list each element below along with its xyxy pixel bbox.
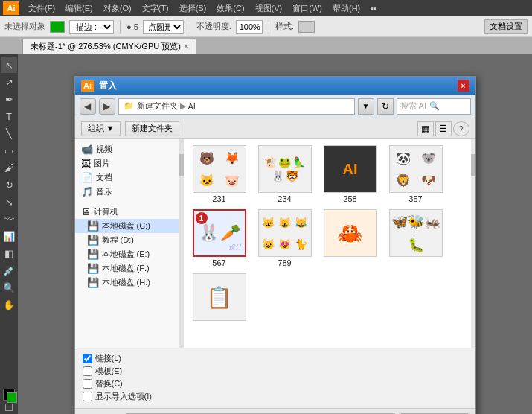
thumb-567: 1 🐰🥕 设计: [193, 209, 246, 257]
tree-item-video[interactable]: 📹 视频: [75, 142, 179, 156]
organize-button[interactable]: 组织 ▼: [81, 121, 121, 136]
style-box[interactable]: [298, 21, 315, 33]
tree-item-drive-h[interactable]: 💾 本地磁盘 (H:): [75, 276, 179, 290]
doc-scene: 📋: [193, 274, 246, 320]
menu-bar: Ai 文件(F) 编辑(E) 对象(O) 文字(T) 选择(S) 效果(C) 视…: [0, 0, 532, 16]
tree-item-music[interactable]: 🎵 音乐: [75, 185, 179, 199]
brush-tool[interactable]: 🖌: [1, 159, 17, 176]
tree-item-computer[interactable]: 🖥 计算机: [75, 205, 179, 219]
tree-label-drive-c: 本地磁盘 (C:): [102, 220, 150, 232]
none-color[interactable]: [5, 404, 13, 411]
opacity-input[interactable]: [236, 20, 263, 34]
direct-select-tool[interactable]: ↗: [1, 74, 17, 90]
cat-grid: 🐱 😸 😹 😺 😻 🐈: [259, 210, 311, 256]
scale-tool[interactable]: ⤡: [1, 194, 17, 210]
view-icons: ▦ ☰ ?: [417, 121, 469, 136]
grid-item-doc[interactable]: 📋: [190, 273, 249, 322]
list-view-icon[interactable]: ☰: [435, 121, 452, 136]
nav-back-button[interactable]: ◀: [80, 98, 96, 115]
search-box[interactable]: 搜索 AI 🔍: [397, 98, 471, 115]
pen-tool[interactable]: ✒: [1, 91, 17, 107]
menu-help[interactable]: 帮助(H): [328, 2, 365, 15]
menu-extra[interactable]: ▪▪: [366, 3, 381, 13]
menu-select[interactable]: 选择(S): [175, 2, 211, 15]
rect-tool[interactable]: ▭: [1, 142, 17, 159]
tree-label-drive-e: 本地磁盘 (E:): [102, 249, 150, 260]
line-tool[interactable]: ╲: [1, 125, 17, 141]
label-234: 234: [278, 194, 291, 203]
hand-tool[interactable]: ✋: [1, 296, 17, 313]
watermark: 设计: [228, 243, 242, 252]
dialog-toolbar: 组织 ▼ 新建文件夹 ▦ ☰ ?: [75, 118, 475, 139]
nav-path-part1: 新建文件夹: [137, 101, 178, 112]
grid-view-icon[interactable]: ▦: [417, 121, 434, 136]
eyedropper-tool[interactable]: 💉: [1, 262, 17, 278]
rotate-tool[interactable]: ↻: [1, 176, 17, 193]
separator-2: [190, 20, 190, 34]
warp-tool[interactable]: 〰: [1, 211, 17, 227]
stroke-color-box[interactable]: [50, 21, 65, 33]
search-icon: 🔍: [429, 101, 440, 111]
tab-close-icon[interactable]: ×: [184, 42, 188, 51]
menu-text[interactable]: 文字(T): [138, 2, 173, 15]
tree-item-pictures[interactable]: 🖼 图片: [75, 156, 179, 171]
zoom-tool[interactable]: 🔍: [1, 279, 17, 296]
stroke-dropdown[interactable]: 描边 :: [69, 20, 114, 34]
nav-refresh-button[interactable]: ↻: [377, 98, 394, 115]
grid-item-789[interactable]: 🐱 😸 😹 😺 😻 🐈 789: [255, 209, 315, 267]
grid-scrollbar-thumb[interactable]: [471, 154, 475, 176]
drive-d-icon: 💾: [87, 235, 99, 246]
grid-scrollbar[interactable]: [471, 139, 475, 348]
docs-icon: 📄: [81, 172, 93, 183]
grid-item-567[interactable]: 1 🐰🥕 设计 567: [190, 209, 249, 267]
gradient-tool[interactable]: ◧: [1, 245, 17, 261]
checkbox-import-options[interactable]: [83, 392, 92, 401]
select-object-label: 未选择对象: [4, 21, 45, 32]
tree-item-drive-f[interactable]: 💾 本地磁盘 (F:): [75, 261, 179, 276]
label-789: 789: [278, 258, 291, 267]
grid-item-bugs[interactable]: 🦋🐝 🦗🐛: [386, 209, 446, 267]
menu-edit[interactable]: 编辑(E): [61, 2, 97, 15]
grid-item-258[interactable]: AI 258: [321, 145, 380, 203]
menu-effect[interactable]: 效果(C): [212, 2, 249, 15]
dialog-title-left: Ai 置入: [81, 80, 117, 92]
badge-567: 1: [196, 212, 208, 224]
music-icon: 🎵: [81, 186, 93, 197]
grid-item-crab[interactable]: 🦀: [321, 209, 380, 267]
nav-path-bar[interactable]: 📁 新建文件夹 ▶ AI: [118, 98, 355, 115]
new-folder-button[interactable]: 新建文件夹: [125, 121, 179, 136]
help-icon[interactable]: ?: [453, 121, 469, 136]
checkbox-template[interactable]: [83, 366, 92, 376]
nav-path-dropdown[interactable]: ▼: [358, 98, 374, 115]
document-tab[interactable]: 未标题-1* @ 276.53% (CMYK/GPU 预览) ×: [22, 39, 196, 54]
menu-file[interactable]: 文件(F): [24, 2, 60, 15]
grid-item-234[interactable]: 🐮🐸🦜 🐰🐯 234: [255, 145, 315, 203]
grid-item-231[interactable]: 🐻 🦊 🐱 🐷 231: [190, 145, 249, 203]
tree-item-drive-c[interactable]: 💾 本地磁盘 (C:): [75, 219, 179, 233]
tree-item-drive-d[interactable]: 💾 教程 (D:): [75, 233, 179, 247]
tree-label-drive-d: 教程 (D:): [102, 235, 134, 246]
menu-view[interactable]: 视图(V): [251, 2, 287, 15]
label-import-options: 显示导入选项(I): [95, 391, 152, 402]
checkbox-link[interactable]: [83, 354, 92, 363]
fill-color[interactable]: [3, 389, 15, 401]
nav-forward-button[interactable]: ▶: [99, 98, 115, 115]
menu-window[interactable]: 窗口(W): [288, 2, 327, 15]
doc-settings-button[interactable]: 文档设置: [484, 19, 528, 34]
label-357: 357: [408, 194, 422, 203]
dialog-close-button[interactable]: ×: [458, 80, 469, 92]
tree-item-drive-e[interactable]: 💾 本地磁盘 (E:): [75, 247, 179, 261]
check-import-options: 显示导入选项(I): [83, 391, 468, 402]
checkbox-replace[interactable]: [83, 379, 92, 389]
separator-1: [120, 20, 121, 34]
menu-object[interactable]: 对象(O): [99, 2, 136, 15]
tree-label-music: 音乐: [96, 186, 112, 197]
canvas-area: Ai 置入 × ◀ ▶ 📁 新建文件夹 ▶ AI ▼ ↻: [18, 54, 532, 414]
tree-item-docs[interactable]: 📄 文档: [75, 171, 179, 185]
grid-item-357[interactable]: 🐼 🐨 🦁 🐶 357: [386, 145, 446, 203]
graph-tool[interactable]: 📊: [1, 228, 17, 244]
app-logo: Ai: [3, 1, 19, 15]
type-tool[interactable]: T: [1, 108, 17, 124]
shape-select[interactable]: 点圆形: [143, 20, 184, 34]
select-tool[interactable]: ↖: [1, 57, 17, 73]
